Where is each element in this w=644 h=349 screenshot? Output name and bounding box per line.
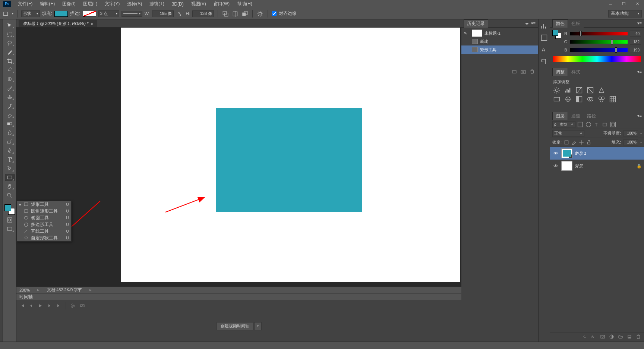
foreground-color[interactable] [4,204,11,211]
stroke-style-dropdown[interactable]: ▾ [121,11,142,17]
screen-mode-toggle[interactable] [5,225,15,233]
gradient-tool[interactable] [5,120,15,128]
layers-tab[interactable]: 图层 [552,112,568,120]
pen-tool[interactable] [5,147,15,154]
zoom-tool[interactable] [5,192,15,199]
hand-tool[interactable] [5,183,15,190]
levels-icon[interactable] [564,87,572,94]
flyout-custom-shape-tool[interactable]: 自定形状工具 U [17,235,71,241]
marquee-tool[interactable] [5,31,15,38]
adjustments-tab[interactable]: 调整 [552,68,568,76]
window-minimize[interactable]: ─ [605,1,616,7]
stroke-width-input[interactable]: 3 点▾ [98,10,119,17]
lock-pixels-icon[interactable] [564,140,569,145]
chevron-down-icon[interactable]: ▾ [640,132,642,135]
b-value[interactable]: 199 [630,47,641,53]
eyedropper-tool[interactable] [5,66,15,74]
styles-tab[interactable]: 样式 [568,68,584,76]
photo-filter-icon[interactable] [587,96,594,103]
timeline-tab[interactable]: 时间轴 [16,293,461,301]
collapse-icon[interactable]: ◂▸ [525,22,529,25]
color-fgbg-swatch[interactable] [552,30,561,39]
height-input[interactable] [192,10,214,17]
menu-filter[interactable]: 滤镜(T) [146,1,168,7]
menu-layer[interactable]: 图层(L) [79,1,101,7]
dock-paragraph2-icon[interactable] [540,58,548,65]
color-balance-icon[interactable] [564,96,572,103]
dock-character-icon[interactable] [540,34,548,41]
layer-row-background[interactable]: 👁 背景 🔒 [550,160,644,172]
type-tool[interactable] [5,156,15,163]
close-tab-icon[interactable]: × [91,22,93,26]
layer-name[interactable]: 矩形 1 [575,151,586,156]
magic-wand-tool[interactable] [5,48,15,56]
menu-file[interactable]: 文件(F) [14,1,36,7]
prev-frame-button[interactable] [28,303,34,309]
layer-filter-type[interactable]: ρ类型≑ [552,121,575,128]
group-icon[interactable] [618,334,623,340]
flyout-ellipse-tool[interactable]: 椭圆工具 U [17,214,71,221]
curves-icon[interactable] [575,87,583,94]
window-close[interactable]: ✕ [632,1,643,7]
history-tab[interactable]: 历史记录 [464,19,488,28]
tool-preset-picker[interactable] [2,10,10,18]
menu-edit[interactable]: 编辑(E) [36,1,59,7]
menu-type[interactable]: 文字(Y) [101,1,123,7]
create-video-dropdown[interactable]: ▾ [254,322,262,330]
move-tool[interactable] [5,22,15,29]
lock-brush-icon[interactable] [571,140,577,145]
last-frame-button[interactable] [55,303,61,309]
filter-adjust-icon[interactable] [585,121,592,128]
visibility-toggle[interactable]: 👁 [552,163,559,169]
brightness-icon[interactable] [553,87,561,94]
dock-histogram-icon[interactable] [540,22,548,29]
canvas[interactable] [121,28,460,282]
status-arrow-icon[interactable]: ▸ [37,287,40,292]
new-layer-icon[interactable] [627,334,632,340]
history-step-rectangle[interactable]: 矩形工具 [461,45,538,54]
bw-icon[interactable] [575,96,583,103]
document-tab[interactable]: 未标题-1 @ 200% (矩形 1, RGB/8) *× [19,20,97,27]
status-arrow-icon[interactable]: ▸ [89,287,92,292]
history-brush-tool[interactable] [5,102,15,110]
transition-icon[interactable] [79,303,85,309]
menu-image[interactable]: 图像(I) [59,1,79,7]
g-slider[interactable] [570,40,628,44]
r-value[interactable]: 40 [630,31,641,37]
lookup-icon[interactable] [609,96,616,103]
clone-stamp-tool[interactable] [5,93,15,101]
exposure-icon[interactable] [587,87,594,94]
lasso-tool[interactable] [5,40,15,47]
create-snapshot-icon[interactable] [512,69,517,75]
lock-position-icon[interactable] [579,140,584,145]
menu-help[interactable]: 帮助(H) [233,1,256,7]
r-slider[interactable] [570,32,628,35]
lock-all-icon[interactable] [586,140,591,145]
layer-row-shape[interactable]: 👁 ▫ 矩形 1 [550,147,644,160]
window-maximize[interactable]: ☐ [619,1,629,7]
filter-type-icon[interactable]: T [593,121,600,128]
fill-swatch[interactable] [54,11,68,17]
hue-sat-icon[interactable] [553,96,561,103]
link-wh-icon[interactable] [176,10,183,18]
flyout-line-tool[interactable]: 直线工具 U [17,228,71,235]
color-spectrum[interactable] [553,56,641,62]
dodge-tool[interactable] [5,138,15,145]
quick-mask-toggle[interactable] [5,216,15,224]
first-frame-button[interactable] [19,303,25,309]
path-arrange-button[interactable] [241,10,249,18]
adjustment-layer-icon[interactable] [609,334,614,340]
channel-mixer-icon[interactable] [598,96,605,103]
camera-icon[interactable] [521,69,526,75]
scissors-icon[interactable] [70,303,76,309]
filter-image-icon[interactable] [577,121,584,128]
color-swatches[interactable] [4,204,15,215]
panel-menu-icon[interactable]: ▾≡ [637,113,642,118]
vibrance-icon[interactable] [598,87,605,94]
filter-shape-icon[interactable] [602,121,608,128]
trash-icon[interactable] [636,334,641,340]
next-frame-button[interactable] [46,303,52,309]
menu-view[interactable]: 视图(V) [187,1,210,7]
link-layers-icon[interactable] [582,334,587,340]
create-video-timeline-button[interactable]: 创建视频时间轴 [217,322,253,330]
